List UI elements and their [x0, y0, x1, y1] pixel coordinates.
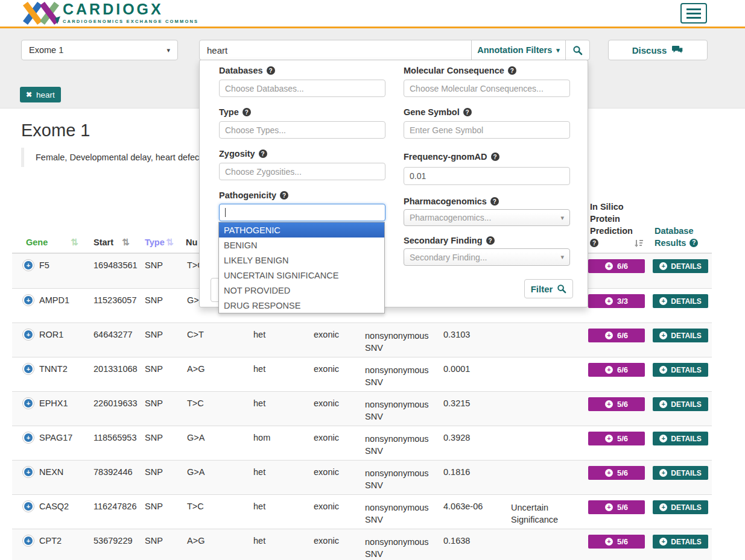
help-icon[interactable]: ? [590, 239, 598, 247]
zygosity-input[interactable] [219, 163, 385, 180]
brand-text-block: CARDIOGX CARDIOGENOMICS EXCHANGE COMMONS [63, 1, 198, 24]
option-pathogenic[interactable]: PATHOGENIC [219, 222, 384, 238]
databases-input[interactable] [219, 80, 385, 97]
option-drug-response[interactable]: DRUG RESPONSE [219, 298, 384, 313]
zygosity-cell: het [253, 502, 265, 511]
help-icon[interactable]: ? [491, 153, 499, 161]
prediction-badge[interactable]: +3/3 [588, 294, 645, 308]
expand-row-button[interactable]: + [22, 259, 34, 271]
option-benign[interactable]: BENIGN [219, 238, 384, 253]
table-row: + TNNT2 201331068 SNP A>G het exonic non… [12, 357, 712, 391]
details-button[interactable]: +DETAILS [653, 466, 708, 480]
page-title: Exome 1 [21, 121, 90, 140]
sort-icon[interactable]: ⇅ [122, 237, 130, 248]
remove-filter-icon[interactable]: ✖ [26, 90, 32, 99]
details-button[interactable]: +DETAILS [653, 329, 708, 342]
molecular-consequence-input[interactable] [404, 80, 570, 97]
consequence-cell: nonsynonymous SNV [365, 536, 436, 560]
details-button[interactable]: +DETAILS [653, 363, 708, 377]
start-cell: 169483561 [94, 260, 138, 270]
help-icon[interactable]: ? [690, 239, 698, 247]
pathogenicity-input[interactable] [219, 204, 385, 221]
help-icon[interactable]: ? [243, 108, 251, 116]
sort-amount-icon[interactable] [634, 239, 644, 248]
details-button[interactable]: +DETAILS [653, 432, 708, 445]
help-icon[interactable]: ? [508, 66, 516, 75]
prediction-badge[interactable]: +5/6 [588, 535, 645, 549]
discuss-button[interactable]: Discuss [608, 40, 708, 60]
help-icon[interactable]: ? [486, 236, 495, 245]
chevron-down-icon: ▾ [560, 253, 564, 261]
help-icon[interactable]: ? [490, 197, 499, 206]
gene-cell: EPHX1 [39, 398, 68, 408]
details-button[interactable]: +DETAILS [653, 500, 708, 514]
prediction-badge[interactable]: +6/6 [588, 329, 645, 342]
app-window: CARDIOGX CARDIOGENOMICS EXCHANGE COMMONS… [0, 0, 745, 560]
hamburger-icon [686, 8, 701, 10]
gene-cell: SPAG17 [39, 433, 72, 442]
expand-row-button[interactable]: + [22, 535, 34, 547]
brand-logo[interactable]: CARDIOGX CARDIOGENOMICS EXCHANGE COMMONS [21, 1, 198, 25]
details-button[interactable]: +DETAILS [653, 294, 708, 308]
column-header-type[interactable]: Type [145, 238, 165, 247]
option-not-provided[interactable]: NOT PROVIDED [219, 283, 384, 298]
gene-symbol-input[interactable] [404, 121, 570, 139]
help-icon[interactable]: ? [267, 66, 275, 75]
option-uncertain-significance[interactable]: UNCERTAIN SIGNIFICANCE [219, 268, 384, 283]
expand-row-button[interactable]: + [22, 329, 34, 341]
prediction-badge[interactable]: +5/6 [588, 432, 645, 445]
column-header-database-results[interactable]: Database Results ? [655, 225, 715, 249]
column-header-gene[interactable]: Gene [26, 238, 48, 247]
annotation-filters-button[interactable]: Annotation Filters ▾ [471, 40, 565, 60]
help-icon[interactable]: ? [463, 108, 472, 116]
exome-select[interactable]: Exome 1 ▾ [21, 40, 178, 60]
prediction-badge[interactable]: +6/6 [588, 259, 645, 273]
prediction-badge[interactable]: +5/6 [588, 397, 645, 411]
sort-icon[interactable]: ⇅ [166, 237, 174, 248]
sort-icon[interactable]: ⇅ [71, 237, 78, 248]
details-button[interactable]: +DETAILS [653, 397, 708, 411]
type-label: Type ? [219, 107, 251, 117]
text-cursor [225, 208, 226, 217]
details-button[interactable]: +DETAILS [653, 535, 708, 549]
prediction-score: 5/6 [617, 503, 628, 512]
prediction-badge[interactable]: +6/6 [588, 363, 645, 377]
brand-tagline: CARDIOGENOMICS EXCHANGE COMMONS [63, 19, 198, 24]
type-cell: SNP [145, 433, 163, 442]
column-header-in-silico[interactable]: In Silico Protein Prediction [590, 201, 645, 237]
column-header-truncated[interactable]: Nu [186, 238, 197, 247]
prediction-badge[interactable]: +5/6 [588, 466, 645, 480]
expand-row-button[interactable]: + [22, 363, 34, 375]
start-cell: 115236057 [94, 295, 137, 305]
plus-circle-icon: + [659, 469, 667, 477]
pathogenicity-options-list: PATHOGENIC BENIGN LIKELY BENIGN UNCERTAI… [218, 222, 385, 313]
active-filter-tag[interactable]: ✖ heart [20, 87, 61, 102]
prediction-badge[interactable]: +5/6 [588, 500, 645, 514]
expand-row-button[interactable]: + [22, 500, 34, 512]
details-button[interactable]: +DETAILS [653, 259, 708, 273]
column-header-start[interactable]: Start [94, 238, 113, 247]
frequency-gnomad-input[interactable] [404, 167, 570, 185]
help-icon[interactable]: ? [259, 149, 267, 158]
expand-row-button[interactable]: + [22, 294, 34, 306]
header: CARDIOGX CARDIOGENOMICS EXCHANGE COMMONS [0, 0, 745, 27]
menu-toggle-button[interactable] [680, 3, 707, 24]
secondary-finding-label: Secondary Finding ? [404, 236, 495, 245]
prediction-score: 6/6 [617, 365, 628, 374]
search-input[interactable] [200, 40, 471, 60]
prediction-score: 5/6 [617, 468, 628, 477]
pharmacogenomics-select[interactable]: Pharmacogenomics... ▾ [404, 209, 570, 226]
chevron-down-icon: ▾ [166, 46, 170, 54]
type-input[interactable] [219, 121, 385, 139]
type-cell: SNP [145, 398, 163, 408]
option-likely-benign[interactable]: LIKELY BENIGN [219, 253, 384, 268]
secondary-finding-select[interactable]: Secondary Finding... ▾ [404, 248, 570, 266]
in-silico-help[interactable]: ? [590, 239, 598, 247]
prediction-score: 3/3 [617, 297, 628, 306]
help-icon[interactable]: ? [280, 191, 288, 200]
expand-row-button[interactable]: + [22, 466, 34, 478]
expand-row-button[interactable]: + [22, 397, 34, 409]
filter-button[interactable]: Filter [524, 279, 573, 298]
search-button[interactable] [565, 40, 589, 60]
expand-row-button[interactable]: + [22, 432, 34, 444]
